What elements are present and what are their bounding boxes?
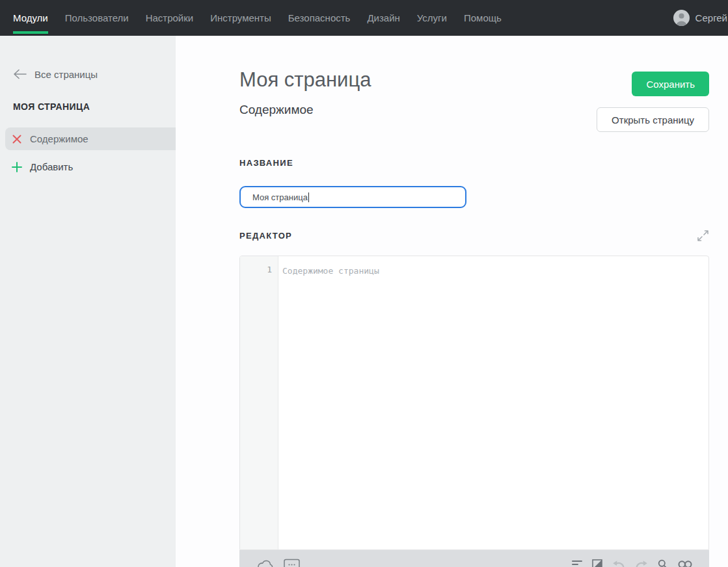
nav-item-label: Услуги (417, 12, 447, 23)
search-button[interactable] (657, 559, 669, 567)
sidebar-item-add[interactable]: Добавить (5, 155, 176, 178)
expand-icon (697, 230, 709, 242)
align-lines-icon (572, 560, 582, 567)
sidebar-section-title: МОЯ СТРАНИЦА (0, 101, 176, 112)
save-button[interactable]: Сохранить (632, 72, 709, 96)
user-name: Сергей (695, 12, 727, 23)
search-icon (658, 559, 668, 567)
nav-item-label: Настройки (146, 12, 194, 23)
redo-icon (635, 560, 648, 567)
sidebar: Все страницы МОЯ СТРАНИЦА Содержимое Доб… (0, 36, 176, 567)
line-number: 1 (240, 265, 272, 274)
undo-icon (612, 560, 625, 567)
undo-button[interactable] (612, 559, 626, 567)
remove-icon[interactable] (12, 134, 22, 144)
editor-body[interactable]: 1 Содержимое страницы (239, 256, 709, 550)
find-replace-button[interactable] (677, 559, 693, 567)
sidebar-item-label: Содержимое (30, 133, 88, 144)
user-avatar-icon (673, 10, 690, 26)
nav-item-label: Дизайн (367, 12, 399, 23)
editor-textarea[interactable]: Содержимое страницы (278, 256, 708, 549)
name-input-value: Моя страница (252, 192, 308, 202)
back-arrow-icon (13, 69, 27, 79)
format-code-button[interactable] (571, 559, 583, 567)
redo-button[interactable] (634, 559, 649, 567)
main-content: Моя страница Содержимое Сохранить Открыт… (176, 36, 728, 567)
editor-placeholder: Содержимое страницы (282, 266, 379, 276)
nav-item-modules[interactable]: Модули (13, 0, 48, 36)
nav-item-label: Безопасность (288, 12, 351, 23)
theme-toggle-button[interactable] (591, 559, 603, 567)
nav-item-users[interactable]: Пользователи (65, 0, 129, 36)
nav-item-label: Помощь (464, 12, 502, 23)
plus-icon (12, 162, 22, 172)
name-field-label: НАЗВАНИЕ (239, 158, 709, 168)
nav-item-label: Модули (13, 12, 48, 23)
page-subtitle: Содержимое (239, 103, 371, 117)
nav-item-settings[interactable]: Настройки (146, 0, 194, 36)
cloud-icon (257, 559, 274, 567)
page-title: Моя страница (239, 68, 371, 92)
expand-editor-button[interactable] (697, 230, 709, 242)
code-editor: 1 Содержимое страницы (239, 256, 709, 567)
sidebar-item-label: Добавить (30, 161, 73, 172)
editor-gutter: 1 (240, 256, 278, 549)
inline-values-button[interactable] (283, 558, 301, 567)
cloud-save-button[interactable] (256, 558, 275, 567)
name-input[interactable]: Моя страница (239, 186, 466, 208)
back-to-all-pages-link[interactable]: Все страницы (0, 67, 176, 81)
nav-item-help[interactable]: Помощь (464, 0, 502, 36)
nav-item-label: Пользователи (65, 12, 129, 23)
editor-toolbar (239, 550, 709, 567)
nav-item-security[interactable]: Безопасность (288, 0, 351, 36)
sidebar-item-content[interactable]: Содержимое (5, 127, 176, 150)
nav-item-services[interactable]: Услуги (417, 0, 447, 36)
back-link-label: Все страницы (34, 69, 98, 80)
nav-item-design[interactable]: Дизайн (367, 0, 399, 36)
nav-item-label: Инструменты (210, 12, 271, 23)
user-menu[interactable]: Сергей (673, 0, 728, 36)
contrast-square-icon (592, 559, 602, 567)
editor-field-label: РЕДАКТОР (239, 231, 292, 241)
binoculars-icon (678, 560, 692, 567)
text-caret (308, 192, 309, 202)
ellipsis-box-icon (284, 559, 300, 567)
nav-item-tools[interactable]: Инструменты (210, 0, 271, 36)
top-navigation: Модули Пользователи Настройки Инструмент… (0, 0, 728, 36)
open-page-button[interactable]: Открыть страницу (597, 107, 709, 132)
